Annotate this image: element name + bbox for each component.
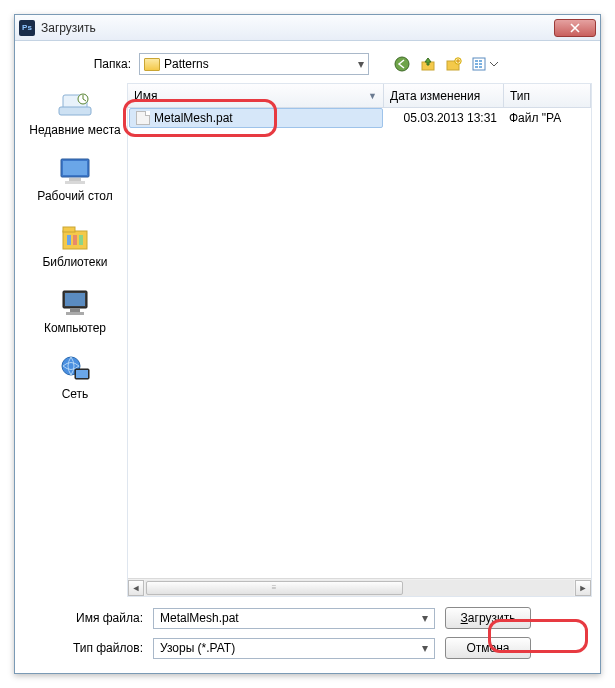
file-type: Файл "PA	[509, 111, 561, 125]
svg-rect-25	[70, 309, 80, 312]
load-button[interactable]: Загрузить	[445, 607, 531, 629]
svg-rect-26	[66, 312, 84, 315]
file-row[interactable]: MetalMesh.pat 05.03.2013 13:31 Файл "PA	[128, 108, 591, 128]
scroll-track[interactable]: ≡	[145, 580, 574, 596]
svg-rect-7	[475, 66, 478, 68]
folder-value: Patterns	[164, 57, 209, 71]
desktop-icon	[57, 155, 93, 187]
folder-label: Папка:	[71, 57, 139, 71]
new-folder-icon	[446, 56, 462, 72]
folder-row: Папка: Patterns ▾	[23, 51, 592, 77]
folder-dropdown[interactable]: Patterns ▾	[139, 53, 369, 75]
svg-rect-8	[479, 60, 482, 62]
view-icon	[472, 56, 498, 72]
file-list-pane: Имя ▼ Дата изменения Тип MetalMesh.pat 0…	[127, 83, 592, 597]
cancel-button[interactable]: Отмена	[445, 637, 531, 659]
up-icon	[420, 56, 436, 72]
svg-rect-5	[475, 60, 478, 62]
chevron-down-icon: ▾	[422, 611, 428, 625]
svg-rect-6	[475, 63, 478, 65]
column-headers: Имя ▼ Дата изменения Тип	[128, 84, 591, 108]
view-button[interactable]	[469, 53, 501, 75]
place-label: Рабочий стол	[37, 189, 112, 203]
svg-rect-24	[65, 293, 85, 306]
new-folder-button[interactable]	[443, 53, 465, 75]
filename-label: Имя файла:	[27, 611, 153, 625]
place-desktop[interactable]: Рабочий стол	[37, 155, 112, 203]
place-computer[interactable]: Компьютер	[44, 287, 106, 335]
computer-icon	[57, 287, 93, 319]
app-icon: Ps	[19, 20, 35, 36]
up-button[interactable]	[417, 53, 439, 75]
chevron-down-icon: ▾	[422, 641, 428, 655]
file-name: MetalMesh.pat	[154, 111, 233, 125]
libraries-icon	[57, 221, 93, 253]
place-label: Библиотеки	[42, 255, 107, 269]
sort-indicator-icon: ▼	[368, 91, 377, 101]
bottom-panel: Имя файла: MetalMesh.pat ▾ Загрузить Тип…	[23, 597, 592, 665]
place-label: Сеть	[62, 387, 89, 401]
place-label: Недавние места	[29, 123, 120, 137]
column-date[interactable]: Дата изменения	[384, 84, 504, 107]
network-icon	[57, 353, 93, 385]
dialog-window: Ps Загрузить Папка: Patterns ▾	[14, 14, 601, 674]
filetype-dropdown[interactable]: Узоры (*.PAT) ▾	[153, 638, 435, 659]
svg-rect-9	[479, 63, 482, 65]
column-type[interactable]: Тип	[504, 84, 591, 107]
svg-rect-16	[69, 178, 81, 181]
svg-rect-22	[79, 235, 83, 245]
scroll-right-button[interactable]: ►	[575, 580, 591, 596]
file-date: 05.03.2013 13:31	[404, 111, 497, 125]
places-sidebar: Недавние места Рабочий стол Библиотеки К…	[23, 83, 127, 597]
folder-icon	[144, 58, 160, 71]
place-label: Компьютер	[44, 321, 106, 335]
svg-rect-17	[65, 181, 85, 184]
column-name[interactable]: Имя ▼	[128, 84, 384, 107]
filename-input[interactable]: MetalMesh.pat ▾	[153, 608, 435, 629]
svg-rect-19	[63, 227, 75, 232]
titlebar[interactable]: Ps Загрузить	[15, 15, 600, 41]
svg-rect-20	[67, 235, 71, 245]
svg-point-0	[395, 57, 409, 71]
scroll-left-button[interactable]: ◄	[128, 580, 144, 596]
filetype-label: Тип файлов:	[27, 641, 153, 655]
place-network[interactable]: Сеть	[57, 353, 93, 401]
svg-rect-12	[59, 107, 91, 115]
chevron-down-icon: ▾	[358, 57, 364, 71]
back-icon	[394, 56, 410, 72]
scroll-thumb[interactable]: ≡	[146, 581, 403, 595]
file-list[interactable]: MetalMesh.pat 05.03.2013 13:31 Файл "PA	[128, 108, 591, 578]
close-icon	[570, 23, 580, 33]
window-title: Загрузить	[41, 21, 554, 35]
close-button[interactable]	[554, 19, 596, 37]
back-button[interactable]	[391, 53, 413, 75]
svg-rect-21	[73, 235, 77, 245]
place-recent[interactable]: Недавние места	[29, 89, 120, 137]
svg-rect-10	[479, 66, 482, 68]
horizontal-scrollbar[interactable]: ◄ ≡ ►	[128, 578, 591, 596]
file-icon	[136, 111, 150, 125]
recent-icon	[57, 89, 93, 121]
svg-rect-15	[63, 161, 87, 175]
place-libraries[interactable]: Библиотеки	[42, 221, 107, 269]
svg-rect-29	[76, 370, 88, 378]
